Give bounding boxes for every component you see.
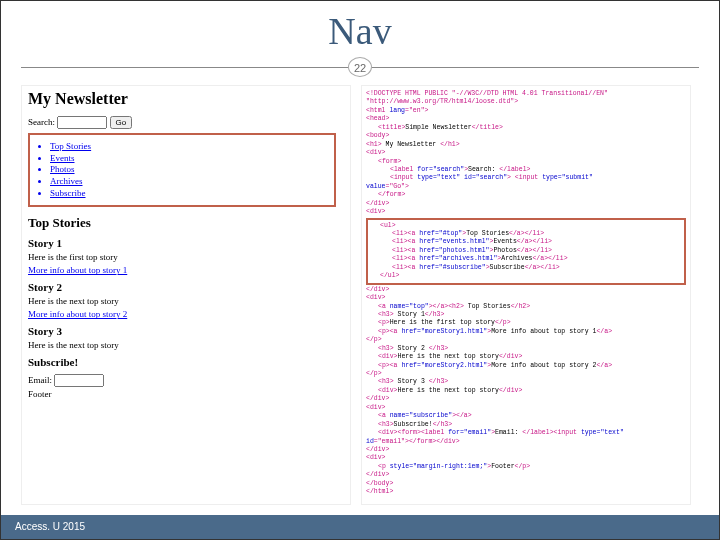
code-tok: </h3>: [425, 311, 445, 318]
story-body: Here is the next top story: [28, 296, 344, 306]
code-tok: </a></li>: [532, 255, 567, 262]
code-tok: <p><a: [378, 362, 401, 369]
code-line: </p>: [366, 336, 382, 343]
code-tok: Search:: [468, 166, 499, 173]
code-line: <head>: [366, 115, 389, 122]
code-tok: <input: [390, 174, 417, 181]
code-tok: href="#subscribe": [419, 264, 485, 271]
code-line: </div>: [366, 471, 389, 478]
code-tok: ="Go">: [386, 183, 409, 190]
code-tok: <li><a: [392, 255, 419, 262]
code-tok: id: [366, 438, 374, 445]
nav-item[interactable]: Top Stories: [50, 141, 330, 153]
code-tok: Story 2: [394, 345, 429, 352]
code-tok: Top Stories: [466, 230, 509, 237]
nav-list-highlighted: Top Stories Events Photos Archives Subsc…: [28, 133, 336, 207]
divider-row: 22: [1, 57, 719, 77]
code-tok: for="email": [448, 429, 491, 436]
code-tok: ></a><h2>: [429, 303, 464, 310]
code-tok: name="subscribe": [390, 412, 452, 419]
code-tok: Footer: [491, 463, 514, 470]
code-tok: <a: [378, 412, 390, 419]
code-tok: Subscribe: [490, 264, 525, 271]
code-tok: href="events.html": [419, 238, 489, 245]
code-tok: <h3>: [378, 378, 394, 385]
nav-item[interactable]: Archives: [50, 176, 330, 188]
nav-item[interactable]: Subscribe: [50, 188, 330, 200]
code-tok: <label: [390, 166, 417, 173]
code-tok: Here is the first top story: [390, 319, 495, 326]
story-more-link[interactable]: More info about top story 2: [28, 309, 344, 319]
code-line: <ul>: [380, 222, 396, 229]
code-tok: </a>: [596, 362, 612, 369]
code-line: </div>: [366, 395, 389, 402]
code-tok: lang: [386, 107, 406, 114]
code-tok: <div><form><label: [378, 429, 448, 436]
search-input[interactable]: [57, 116, 107, 129]
code-line: <div>: [366, 149, 386, 156]
code-tok: type="text": [581, 429, 624, 436]
code-tok: <h3>: [378, 345, 394, 352]
subscribe-heading: Subscribe!: [28, 356, 344, 368]
code-tok: </p>: [515, 463, 531, 470]
slide-title: Nav: [1, 9, 719, 53]
code-line: </div>: [366, 446, 389, 453]
code-tok: <div>: [378, 353, 398, 360]
code-tok: type="submit": [542, 174, 593, 181]
code-tok: </h2>: [511, 303, 531, 310]
code-tok: <li><a: [392, 230, 419, 237]
code-tok: </a></li>: [509, 230, 544, 237]
rendered-panel: My Newsletter Search: Go Top Stories Eve…: [21, 85, 351, 505]
code-tok: </label><input: [522, 429, 581, 436]
code-tok: Events: [493, 238, 516, 245]
code-line: <div>: [366, 208, 386, 215]
code-tok: > <input: [507, 174, 542, 181]
code-line: </html>: [366, 488, 393, 495]
code-tok: Subscribe!: [394, 421, 433, 428]
code-line: </p>: [366, 370, 382, 377]
content-row: My Newsletter Search: Go Top Stories Eve…: [1, 77, 719, 505]
top-stories-heading: Top Stories: [28, 215, 344, 231]
code-line: <div>: [366, 404, 386, 411]
code-tok: </a></li>: [517, 247, 552, 254]
code-tok: <li><a: [392, 238, 419, 245]
code-tok: <div>: [378, 387, 398, 394]
slide-footer: Access. U 2015: [1, 515, 719, 539]
code-tok: Email:: [495, 429, 522, 436]
email-input[interactable]: [54, 374, 104, 387]
code-tok: <h3>: [378, 421, 394, 428]
code-tok: name="top": [390, 303, 429, 310]
code-tok: Simple Newsletter: [405, 124, 471, 131]
code-tok: href="photos.html": [419, 247, 489, 254]
code-line: <div>: [366, 294, 386, 301]
code-tok: <html: [366, 107, 386, 114]
go-button[interactable]: Go: [110, 116, 133, 129]
nav-item[interactable]: Events: [50, 153, 330, 165]
code-tok: </div>: [499, 353, 522, 360]
code-tok: type="text" id="search": [417, 174, 507, 181]
slide-number-badge: 22: [348, 57, 372, 77]
code-tok: <title>: [378, 124, 405, 131]
code-tok: <a: [378, 303, 390, 310]
code-tok: Top Stories: [464, 303, 511, 310]
source-code-panel: <!DOCTYPE HTML PUBLIC "-//W3C//DTD HTML …: [361, 85, 691, 505]
story-title: Story 2: [28, 281, 344, 293]
code-tok: href="#top": [419, 230, 462, 237]
code-tok: </a></li>: [517, 238, 552, 245]
code-tok: </p>: [495, 319, 511, 326]
code-tok: href="archives.html": [419, 255, 497, 262]
nav-item[interactable]: Photos: [50, 164, 330, 176]
code-line: <!DOCTYPE HTML PUBLIC "-//W3C//DTD HTML …: [366, 90, 608, 97]
code-tok: </a></li>: [525, 264, 560, 271]
code-tok: Story 1: [394, 311, 425, 318]
code-tok: ></a>: [452, 412, 472, 419]
story-more-link[interactable]: More info about top story 1: [28, 265, 344, 275]
story-body: Here is the first top story: [28, 252, 344, 262]
code-tok: value: [366, 183, 386, 190]
code-tok: href="moreStory1.html": [401, 328, 487, 335]
code-tok: href="moreStory2.html": [401, 362, 487, 369]
code-tok: <h1>: [366, 141, 382, 148]
code-line: </div>: [366, 200, 389, 207]
code-tok: <li><a: [392, 247, 419, 254]
email-label: Email:: [28, 375, 52, 385]
